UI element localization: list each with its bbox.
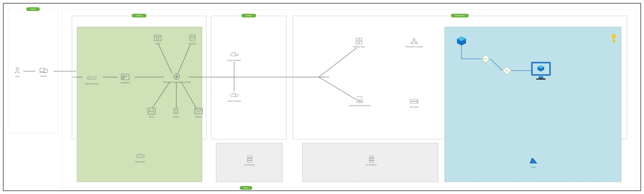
node-workspace: Workspace (115, 73, 135, 84)
host-citrix-cloud: Citrix Citrix Cloud (77, 27, 202, 182)
azure-label: Azure (524, 166, 543, 168)
svg-marker-90 (538, 67, 541, 72)
layer-pill-access: Access (132, 14, 146, 17)
licenses-label: Licenses (166, 116, 186, 118)
svg-rect-85 (531, 62, 551, 76)
section-control: Control Cloud Connector Cloud Connector … (211, 16, 286, 139)
node-connector-1: Cloud Connector (222, 51, 246, 61)
node-onprem-1: On-Premises (240, 155, 260, 166)
workspace-label: Workspace (115, 82, 135, 84)
svg-point-23 (156, 37, 159, 40)
svg-rect-48 (248, 161, 252, 163)
server-rack-icon (245, 155, 254, 163)
diagram-canvas: Users User Devices Host Access Citrix Ci… (3, 3, 641, 191)
wem-icon (153, 34, 162, 42)
svg-marker-76 (457, 36, 466, 41)
svg-marker-79 (482, 55, 490, 63)
controller-label: Virtual Apps & Desktops Controller (160, 81, 193, 83)
svg-point-71 (417, 100, 417, 101)
svg-line-100 (319, 48, 357, 77)
section-access: Access Citrix Citrix Cloud Gateway Servi… (72, 16, 206, 139)
column-main: Host Access Citrix Citrix Cloud Gateway … (62, 9, 636, 188)
svg-rect-47 (248, 158, 252, 160)
fileserver-icon (410, 97, 419, 105)
svg-point-10 (91, 78, 91, 78)
devices-label: Devices (34, 75, 54, 77)
node-connector-2: Cloud Connector (222, 92, 246, 102)
node-gateway: Gateway Service (80, 74, 103, 85)
svg-rect-73 (369, 156, 374, 158)
node-devices: Devices (34, 67, 54, 77)
node-winapps: Windows Apps (346, 37, 372, 48)
adc-label: AD Domain Controller (399, 46, 429, 48)
svg-rect-14 (122, 78, 124, 79)
svg-point-8 (89, 78, 89, 78)
svg-rect-55 (360, 41, 362, 44)
svg-line-67 (357, 101, 360, 101)
database-label: Database (183, 43, 202, 45)
gateway-label: Gateway Service (80, 83, 103, 85)
svg-line-59 (412, 40, 414, 42)
onprem-2-label: On-Premises (362, 164, 381, 166)
host-onprem-resources: On-Premises (302, 143, 438, 182)
winapps-label: Windows Apps (346, 46, 372, 48)
connector-1-label: Cloud Connector (222, 59, 246, 61)
svg-rect-45 (235, 95, 238, 97)
svg-rect-54 (356, 41, 358, 44)
svg-rect-96 (613, 41, 615, 42)
svg-line-60 (414, 40, 416, 42)
connector-2-label: Cloud Connector (222, 100, 246, 102)
fileserver-label: File Server (402, 106, 426, 108)
column-users: Users User Devices (8, 9, 58, 133)
svg-rect-53 (360, 38, 362, 41)
cloud-connector-icon (230, 92, 238, 99)
svg-marker-89 (538, 65, 544, 69)
azure-logo-icon (524, 157, 543, 166)
svg-point-84 (506, 70, 508, 71)
user-icon (13, 67, 22, 75)
node-azure: Azure (524, 157, 543, 168)
svg-rect-94 (613, 38, 614, 42)
svg-text:Citrix: Citrix (138, 156, 141, 157)
node-studio: Studio (142, 107, 162, 118)
svg-rect-88 (536, 79, 546, 80)
svg-point-57 (411, 42, 413, 44)
node-adc: AD Domain Controller (399, 37, 429, 48)
svg-point-64 (359, 101, 360, 103)
gateway-icon (87, 74, 96, 82)
node-onprem-2: On-Premises (362, 155, 381, 166)
user-label: User (10, 75, 24, 78)
node-licenses: Licenses (166, 107, 186, 118)
svg-rect-74 (369, 158, 374, 160)
node-database: Database (183, 34, 202, 45)
apps-icon (354, 37, 364, 45)
onprem-1-label: On-Premises (240, 164, 260, 166)
svg-point-56 (413, 38, 415, 40)
svg-rect-33 (194, 108, 202, 114)
node-user: User (10, 67, 24, 78)
svg-point-9 (90, 78, 90, 78)
studio-icon (147, 107, 156, 115)
svg-point-63 (356, 101, 358, 103)
server-rack-icon (367, 155, 376, 163)
svg-point-65 (361, 101, 363, 103)
node-fileserver: File Server (402, 97, 426, 108)
svg-point-80 (483, 58, 484, 59)
svg-rect-12 (122, 76, 124, 77)
devices-icon (39, 67, 48, 74)
svg-point-24 (190, 35, 195, 37)
node-wem: WEM (148, 34, 168, 45)
svg-point-82 (488, 58, 489, 59)
ad-icon (410, 37, 419, 45)
director-icon (194, 107, 203, 115)
svg-rect-86 (533, 63, 549, 74)
layer-pill-users: Users (26, 7, 40, 11)
workspace-icon (120, 73, 130, 81)
svg-point-32 (175, 109, 177, 111)
host-onprem-control: On-Premises (216, 143, 282, 182)
svg-line-68 (360, 101, 362, 101)
svg-point-58 (416, 42, 418, 44)
svg-point-81 (485, 58, 486, 59)
layer-pill-control: Control (241, 14, 256, 17)
section-resources: Resources Windows Apps AD Domain Control… (293, 16, 627, 139)
